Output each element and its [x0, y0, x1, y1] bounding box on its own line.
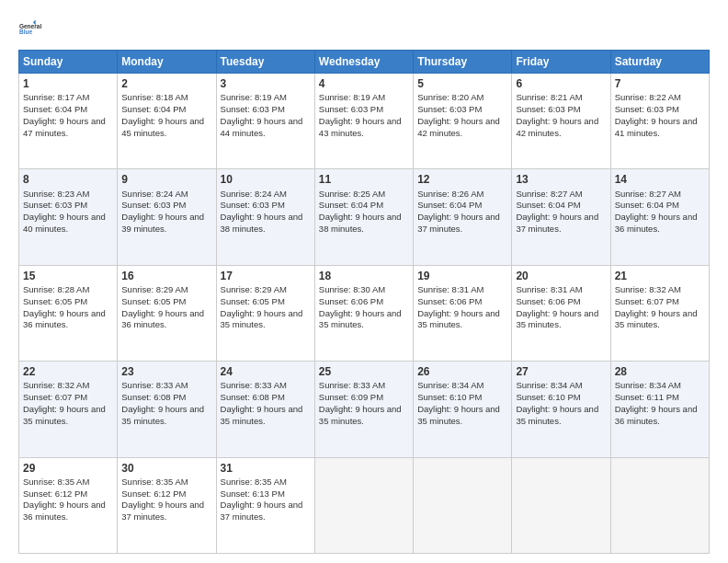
day-number: 17: [221, 269, 311, 283]
sunset-label: Sunset: 6:05 PM: [121, 296, 186, 306]
daylight-label: Daylight: 9 hours and 43 minutes.: [319, 116, 402, 138]
day-number: 10: [221, 172, 311, 187]
calendar-cell: 30Sunrise: 8:35 AMSunset: 6:12 PMDayligh…: [118, 457, 216, 553]
daylight-label: Daylight: 9 hours and 38 minutes.: [221, 212, 303, 234]
calendar-cell: 20Sunrise: 8:31 AMSunset: 6:06 PMDayligh…: [512, 265, 610, 361]
sunrise-label: Sunrise: 8:32 AM: [615, 284, 681, 294]
calendar-cell: 2Sunrise: 8:18 AMSunset: 6:04 PMDaylight…: [118, 74, 216, 169]
sunset-label: Sunset: 6:06 PM: [516, 296, 580, 306]
calendar-cell: 1Sunrise: 8:17 AMSunset: 6:04 PMDaylight…: [19, 74, 118, 169]
sunset-label: Sunset: 6:04 PM: [615, 200, 679, 210]
sunrise-label: Sunrise: 8:30 AM: [319, 284, 385, 294]
sunrise-label: Sunrise: 8:35 AM: [23, 477, 89, 487]
sunrise-label: Sunrise: 8:18 AM: [121, 92, 188, 102]
calendar-cell: 3Sunrise: 8:19 AMSunset: 6:03 PMDaylight…: [216, 74, 314, 169]
day-number: 3: [221, 76, 311, 91]
calendar-cell: 18Sunrise: 8:30 AMSunset: 6:06 PMDayligh…: [314, 265, 413, 361]
day-header-wednesday: Wednesday: [314, 51, 413, 74]
daylight-label: Daylight: 9 hours and 39 minutes.: [121, 212, 204, 234]
calendar-week-2: 8Sunrise: 8:23 AMSunset: 6:03 PMDaylight…: [19, 169, 710, 265]
day-number: 7: [615, 76, 705, 91]
calendar-cell: [512, 457, 610, 553]
sunrise-label: Sunrise: 8:34 AM: [615, 380, 681, 390]
calendar-table: SundayMondayTuesdayWednesdayThursdayFrid…: [18, 50, 710, 554]
sunset-label: Sunset: 6:03 PM: [23, 200, 87, 210]
sunset-label: Sunset: 6:03 PM: [319, 104, 383, 114]
sunrise-label: Sunrise: 8:21 AM: [516, 92, 582, 102]
daylight-label: Daylight: 9 hours and 35 minutes.: [417, 404, 500, 426]
sunset-label: Sunset: 6:03 PM: [121, 200, 186, 210]
daylight-label: Daylight: 9 hours and 42 minutes.: [516, 116, 598, 138]
calendar-cell: [414, 457, 512, 553]
calendar-cell: 11Sunrise: 8:25 AMSunset: 6:04 PMDayligh…: [314, 169, 413, 265]
sunrise-label: Sunrise: 8:29 AM: [221, 284, 287, 294]
day-header-thursday: Thursday: [414, 51, 512, 74]
sunrise-label: Sunrise: 8:35 AM: [221, 477, 287, 487]
calendar-cell: 17Sunrise: 8:29 AMSunset: 6:05 PMDayligh…: [216, 265, 314, 361]
calendar-cell: 25Sunrise: 8:33 AMSunset: 6:09 PMDayligh…: [314, 362, 413, 457]
daylight-label: Daylight: 9 hours and 37 minutes.: [516, 212, 598, 234]
day-number: 16: [121, 269, 211, 283]
daylight-label: Daylight: 9 hours and 44 minutes.: [221, 116, 303, 138]
sunset-label: Sunset: 6:04 PM: [516, 200, 580, 210]
daylight-label: Daylight: 9 hours and 35 minutes.: [615, 308, 698, 330]
day-number: 14: [615, 172, 705, 187]
sunset-label: Sunset: 6:05 PM: [221, 296, 285, 306]
day-number: 28: [615, 364, 705, 379]
sunrise-label: Sunrise: 8:33 AM: [221, 380, 287, 390]
sunset-label: Sunset: 6:06 PM: [319, 296, 383, 306]
day-header-friday: Friday: [512, 51, 610, 74]
day-header-monday: Monday: [118, 51, 216, 74]
day-number: 22: [23, 364, 113, 379]
daylight-label: Daylight: 9 hours and 42 minutes.: [417, 116, 500, 138]
day-number: 31: [221, 461, 311, 476]
day-number: 25: [319, 364, 409, 379]
sunset-label: Sunset: 6:08 PM: [121, 392, 186, 402]
sunset-label: Sunset: 6:13 PM: [221, 488, 285, 499]
daylight-label: Daylight: 9 hours and 35 minutes.: [221, 308, 303, 330]
sunrise-label: Sunrise: 8:17 AM: [23, 92, 89, 102]
calendar-cell: 15Sunrise: 8:28 AMSunset: 6:05 PMDayligh…: [19, 265, 118, 361]
sunrise-label: Sunrise: 8:28 AM: [23, 284, 89, 294]
daylight-label: Daylight: 9 hours and 35 minutes.: [23, 404, 106, 426]
day-number: 24: [221, 364, 311, 379]
calendar-cell: 5Sunrise: 8:20 AMSunset: 6:03 PMDaylight…: [414, 74, 512, 169]
day-number: 27: [516, 364, 606, 379]
sunset-label: Sunset: 6:10 PM: [417, 392, 482, 402]
day-number: 11: [319, 172, 409, 187]
day-header-saturday: Saturday: [610, 51, 709, 74]
calendar-cell: 27Sunrise: 8:34 AMSunset: 6:10 PMDayligh…: [512, 362, 610, 457]
calendar-week-1: 1Sunrise: 8:17 AMSunset: 6:04 PMDaylight…: [19, 74, 710, 169]
daylight-label: Daylight: 9 hours and 36 minutes.: [615, 404, 698, 426]
day-number: 29: [23, 461, 113, 476]
day-number: 6: [516, 76, 606, 91]
calendar-cell: 4Sunrise: 8:19 AMSunset: 6:03 PMDaylight…: [314, 74, 413, 169]
sunset-label: Sunset: 6:04 PM: [121, 104, 186, 114]
calendar-cell: [314, 457, 413, 553]
day-number: 19: [417, 269, 507, 283]
svg-text:Blue: Blue: [19, 29, 32, 35]
daylight-label: Daylight: 9 hours and 36 minutes.: [23, 308, 106, 330]
day-number: 13: [516, 172, 606, 187]
daylight-label: Daylight: 9 hours and 37 minutes.: [121, 500, 204, 522]
sunrise-label: Sunrise: 8:33 AM: [319, 380, 385, 390]
sunrise-label: Sunrise: 8:23 AM: [23, 189, 89, 199]
calendar-cell: [610, 457, 709, 553]
daylight-label: Daylight: 9 hours and 35 minutes.: [417, 308, 500, 330]
day-number: 15: [23, 269, 113, 283]
calendar-cell: 22Sunrise: 8:32 AMSunset: 6:07 PMDayligh…: [19, 362, 118, 457]
sunrise-label: Sunrise: 8:19 AM: [319, 92, 385, 102]
sunset-label: Sunset: 6:03 PM: [615, 104, 679, 114]
sunset-label: Sunset: 6:04 PM: [417, 200, 482, 210]
calendar-cell: 12Sunrise: 8:26 AMSunset: 6:04 PMDayligh…: [414, 169, 512, 265]
sunrise-label: Sunrise: 8:33 AM: [121, 380, 188, 390]
sunrise-label: Sunrise: 8:27 AM: [516, 189, 582, 199]
daylight-label: Daylight: 9 hours and 35 minutes.: [221, 404, 303, 426]
day-number: 5: [417, 76, 507, 91]
calendar-cell: 10Sunrise: 8:24 AMSunset: 6:03 PMDayligh…: [216, 169, 314, 265]
day-header-sunday: Sunday: [19, 51, 118, 74]
day-number: 1: [23, 76, 113, 91]
calendar-body: 1Sunrise: 8:17 AMSunset: 6:04 PMDaylight…: [19, 74, 710, 554]
calendar-week-3: 15Sunrise: 8:28 AMSunset: 6:05 PMDayligh…: [19, 265, 710, 361]
day-number: 9: [121, 172, 211, 187]
